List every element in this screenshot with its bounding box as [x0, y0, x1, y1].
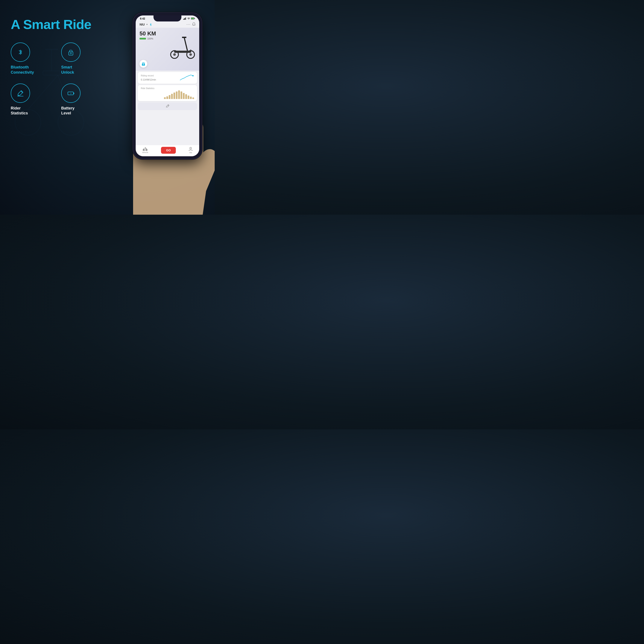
phone-screen: 6:42 NIU ▼ [136, 15, 199, 156]
feature-battery: BatteryLevel [61, 84, 105, 116]
ride-statistics-row [141, 90, 194, 99]
feature-smart-unlock-label: SmartUnlock [61, 65, 74, 75]
bar-4 [171, 94, 173, 99]
ride-statistics-bars [164, 90, 194, 99]
battery-progress-bar [140, 38, 146, 39]
ride-statistics-title: Ride Statistics [141, 87, 194, 90]
feature-rider-stats-label: RiderStatistics [11, 106, 28, 116]
lock-icon [67, 48, 75, 56]
svg-line-23 [150, 25, 151, 25]
wifi-icon [187, 17, 190, 20]
phone-notch [153, 15, 181, 21]
nav-me-label: Me [189, 152, 192, 154]
feature-bluetooth-label: BluetoothConnectivity [11, 65, 34, 75]
bar-5 [173, 93, 175, 99]
svg-rect-18 [186, 17, 186, 20]
bluetooth-circle [11, 43, 30, 62]
svg-rect-14 [73, 93, 74, 94]
riding-record-card: Riding record 0.11KM/12min [138, 72, 197, 84]
svg-point-27 [173, 53, 176, 56]
bar-11 [188, 96, 189, 99]
svg-line-31 [184, 37, 187, 51]
svg-rect-17 [185, 18, 186, 20]
scooter-svg [170, 31, 196, 61]
battery-circle [61, 84, 81, 103]
status-icons [183, 17, 195, 20]
signal-icon [183, 17, 186, 20]
app-header: NIU ▼ ··· [136, 21, 199, 28]
svg-rect-21 [194, 18, 195, 19]
bar-7 [178, 90, 180, 99]
riding-record-title: Riding record [141, 74, 156, 77]
app-brand: NIU ▼ [140, 23, 152, 26]
go-button[interactable]: GO [161, 147, 176, 154]
feature-bluetooth: BluetoothConnectivity [11, 43, 55, 75]
nav-vehicle[interactable]: Vehicle [142, 147, 148, 153]
battery-status-icon [191, 17, 195, 20]
riding-record-chart [179, 74, 194, 82]
feature-smart-unlock: SmartUnlock [61, 43, 105, 75]
bar-8 [181, 91, 182, 99]
battery-icon [67, 89, 75, 97]
dropdown-arrow[interactable]: ▼ [146, 23, 148, 26]
nav-me[interactable]: Me [188, 147, 193, 154]
brand-name: NIU [140, 23, 145, 26]
svg-point-25 [143, 64, 144, 65]
riding-record-value: 0.11KM/12min [141, 78, 156, 81]
bottom-nav: Vehicle GO Me [136, 145, 199, 156]
rider-stats-circle [11, 84, 30, 103]
bar-13 [192, 97, 194, 99]
battery-percent: 100% [147, 37, 153, 40]
phone-wrapper: 6:42 NIU ▼ [103, 0, 215, 215]
edit-icon [166, 105, 169, 108]
bar-1 [164, 97, 166, 99]
bar-6 [176, 91, 178, 99]
bar-2 [166, 96, 168, 99]
bar-10 [185, 94, 187, 99]
notification-icon[interactable] [192, 22, 195, 26]
svg-point-40 [190, 147, 191, 149]
app-hero: 50 KM 100% [136, 28, 199, 71]
riding-record-row: Riding record 0.11KM/12min [141, 74, 194, 82]
feature-rider-stats: RiderStatistics [11, 84, 55, 116]
svg-rect-15 [183, 19, 184, 20]
svg-point-29 [189, 53, 192, 56]
status-time: 6:42 [140, 17, 145, 20]
svg-line-38 [146, 147, 146, 149]
smart-unlock-circle [61, 43, 81, 62]
feature-battery-label: BatteryLevel [61, 106, 74, 116]
bluetooth-icon [16, 48, 25, 56]
header-right-icons: ··· [187, 22, 195, 26]
menu-dots[interactable]: ··· [187, 23, 191, 26]
features-grid: BluetoothConnectivity SmartUnlock [11, 43, 105, 116]
ride-statistics-card: Ride Statistics [138, 85, 197, 101]
lock-button[interactable] [140, 60, 147, 68]
header-bluetooth-icon [149, 23, 152, 26]
bar-12 [190, 97, 192, 99]
svg-rect-16 [184, 18, 185, 20]
riding-record-content: Riding record 0.11KM/12min [141, 74, 156, 81]
phone-device: 6:42 NIU ▼ [133, 13, 202, 159]
svg-rect-30 [174, 51, 191, 53]
svg-line-34 [168, 105, 169, 106]
svg-point-33 [192, 75, 194, 76]
nav-vehicle-label: Vehicle [142, 151, 148, 153]
headline: A Smart Ride [11, 17, 105, 32]
bar-3 [169, 95, 170, 99]
bar-9 [183, 93, 185, 99]
svg-rect-20 [191, 18, 194, 19]
edit-card[interactable] [138, 102, 197, 110]
app-scooter-image [169, 30, 197, 62]
rider-stats-icon [16, 89, 25, 97]
left-panel: A Smart Ride BluetoothConnectivity Sma [11, 17, 105, 116]
